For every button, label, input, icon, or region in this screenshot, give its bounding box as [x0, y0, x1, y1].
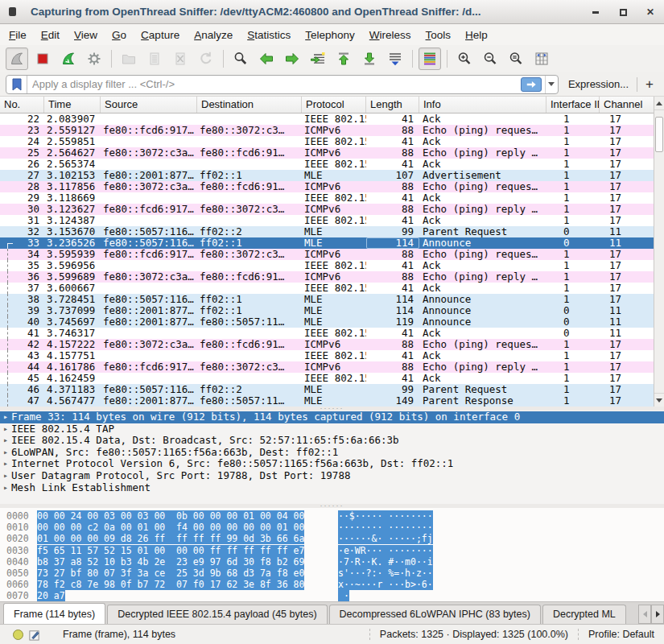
zoom-out-button[interactable] — [479, 47, 501, 70]
detail-line-6[interactable]: ▸Mesh Link Establishment — [0, 482, 664, 494]
hex-ascii[interactable]: s'···?:· %=·h·z·· — [338, 568, 433, 579]
packet-row-26[interactable]: 262.565374IEEE 802.15.441Ack117 — [0, 159, 664, 170]
menu-wireless[interactable]: Wireless — [362, 27, 419, 43]
expand-arrow-icon[interactable]: ▸ — [0, 458, 11, 470]
column-header-info[interactable]: Info — [419, 97, 546, 113]
find-packet-button[interactable] — [229, 47, 252, 70]
detail-line-4[interactable]: ▸Internet Protocol Version 6, Src: fe80:… — [0, 458, 664, 470]
byte-view-tab-1[interactable]: Decrypted IEEE 802.15.4 payload (45 byte… — [107, 605, 327, 624]
column-header-channel[interactable]: Channel — [600, 97, 654, 113]
scrollbar-thumb[interactable] — [655, 117, 663, 152]
packet-row-39[interactable]: 393.737099fe80::2001:877…ff02::1MLE114An… — [0, 305, 664, 316]
packet-row-23[interactable]: 232.559127fe80::fcd6:917…fe80::3072:c3…I… — [0, 125, 664, 136]
start-capture-button[interactable] — [6, 47, 28, 70]
tab-scroll-right-button[interactable] — [651, 605, 664, 624]
byte-view-tab-0[interactable]: Frame (114 bytes) — [3, 603, 105, 624]
hex-row-0070[interactable]: 007020 a7 · — [0, 590, 664, 601]
hex-ascii[interactable]: ········ ········ — [338, 522, 433, 533]
packet-row-34[interactable]: 343.595939fe80::fcd6:917…fe80::3072:c3…I… — [0, 249, 664, 260]
column-header-source[interactable]: Source — [101, 97, 197, 113]
packet-row-47[interactable]: 474.567477fe80::2001:877…fe80::5057:11…M… — [0, 395, 664, 407]
packet-row-29[interactable]: 293.118669IEEE 802.15.441Ack117 — [0, 192, 664, 204]
go-to-packet-button[interactable] — [307, 47, 329, 70]
hex-row-0050[interactable]: 005073 27 bf 80 07 3f 3a ce 25 3d 9b 68 … — [0, 568, 664, 579]
filter-dropdown-button[interactable] — [545, 76, 558, 93]
packet-row-25[interactable]: 252.564627fe80::3072:c3a…fe80::fcd6:91…I… — [0, 147, 664, 159]
menu-telephony[interactable]: Telephony — [298, 27, 362, 43]
packet-list-scrollbar[interactable] — [654, 97, 664, 407]
hex-ascii[interactable]: · — [338, 590, 349, 601]
hex-bytes[interactable]: f5 65 11 57 52 15 01 00 00 00 ff ff ff f… — [37, 545, 304, 556]
hex-bytes[interactable]: 01 00 00 00 09 d8 26 ff ff ff ff 99 0d 3… — [37, 533, 304, 544]
hex-ascii[interactable]: ·e·WR··· ········ — [338, 545, 433, 556]
column-header-destination[interactable]: Destination — [197, 97, 302, 113]
packet-row-40[interactable]: 403.745697fe80::2001:877…fe80::5057:11…M… — [0, 316, 664, 328]
expand-arrow-icon[interactable]: ▸ — [0, 447, 11, 459]
packet-row-38[interactable]: 383.728451fe80::5057:116…ff02::1MLE114An… — [0, 294, 664, 305]
go-last-button[interactable] — [358, 47, 381, 70]
hex-bytes[interactable]: 73 27 bf 80 07 3f 3a ce 25 3d 9b 68 d3 7… — [37, 568, 304, 579]
scroll-down-button[interactable] — [654, 393, 664, 407]
auto-scroll-button[interactable] — [384, 47, 406, 70]
expand-arrow-icon[interactable]: ▸ — [0, 411, 11, 423]
open-file-button[interactable] — [118, 47, 140, 70]
menu-view[interactable]: View — [67, 27, 105, 43]
hex-row-0000[interactable]: 000000 00 24 00 03 00 03 00 0b 00 00 00 … — [0, 510, 664, 522]
zoom-in-button[interactable] — [453, 47, 476, 70]
close-file-button[interactable] — [169, 47, 192, 70]
status-profile[interactable]: Profile: Default — [578, 629, 654, 640]
packet-row-46[interactable]: 464.371183fe80::5057:116…ff02::2MLE99Par… — [0, 384, 664, 395]
go-forward-button[interactable] — [281, 47, 303, 70]
resize-columns-button[interactable] — [530, 47, 553, 70]
menu-tools[interactable]: Tools — [419, 27, 459, 43]
hex-row-0020[interactable]: 002001 00 00 00 09 d8 26 ff ff ff ff 99 … — [0, 533, 664, 544]
filter-bookmark-button[interactable] — [6, 76, 27, 93]
scroll-up-button[interactable] — [654, 97, 664, 110]
hex-ascii[interactable]: x··~···r ···b>·6· — [338, 579, 433, 590]
column-header-interfaceid[interactable]: Interface ID — [546, 97, 600, 113]
packet-row-35[interactable]: 353.596956IEEE 802.15.441Ack117 — [0, 260, 664, 271]
detail-line-1[interactable]: ▸IEEE 802.15.4 TAP — [0, 423, 664, 436]
stop-capture-button[interactable] — [31, 47, 54, 70]
hex-bytes[interactable]: b8 37 a8 52 10 b3 4b 2e 23 e9 97 6d 30 f… — [37, 556, 304, 568]
packet-row-36[interactable]: 363.599689fe80::3072:c3a…fe80::fcd6:91…I… — [0, 271, 664, 283]
menu-help[interactable]: Help — [458, 27, 495, 43]
expert-info-icon[interactable] — [13, 630, 23, 640]
menu-capture[interactable]: Capture — [134, 27, 187, 43]
packet-row-45[interactable]: 454.162459IEEE 802.15.441Ack117 — [0, 373, 664, 384]
display-filter-input[interactable] — [27, 76, 521, 93]
menu-statistics[interactable]: Statistics — [240, 27, 298, 43]
packet-row-44[interactable]: 444.161786fe80::fcd6:917…fe80::3072:c3…I… — [0, 361, 664, 373]
detail-line-3[interactable]: ▸6LoWPAN, Src: fe80::5057:1165:f56a:663b… — [0, 447, 664, 459]
zoom-reset-button[interactable] — [505, 47, 527, 70]
packet-row-28[interactable]: 283.117856fe80::3072:c3a…fe80::fcd6:91…I… — [0, 181, 664, 192]
hex-bytes[interactable]: 78 f2 c8 7e 98 0f b7 72 07 f0 17 62 3e 8… — [37, 579, 304, 590]
hex-row-0060[interactable]: 006078 f2 c8 7e 98 0f b7 72 07 f0 17 62 … — [0, 579, 664, 590]
packet-row-31[interactable]: 313.124387IEEE 802.15.441Ack117 — [0, 215, 664, 226]
expand-arrow-icon[interactable]: ▸ — [0, 470, 11, 482]
apply-filter-button[interactable] — [521, 77, 542, 92]
expand-arrow-icon[interactable]: ▸ — [0, 435, 11, 447]
menu-analyze[interactable]: Analyze — [187, 27, 240, 43]
hex-ascii[interactable]: ·7·R··K. #··m0··i — [338, 556, 433, 568]
packet-row-24[interactable]: 242.559851IEEE 802.15.441Ack117 — [0, 136, 664, 147]
packet-row-30[interactable]: 303.123627fe80::fcd6:917…fe80::3072:c3…I… — [0, 204, 664, 215]
packet-row-42[interactable]: 424.157222fe80::3072:c3a…fe80::fcd6:91…I… — [0, 339, 664, 350]
maximize-button[interactable] — [617, 6, 629, 18]
restart-capture-button[interactable] — [57, 47, 80, 70]
packet-row-37[interactable]: 373.600667IEEE 802.15.441Ack117 — [0, 283, 664, 294]
tab-scroll-left-button[interactable] — [638, 605, 651, 624]
hex-bytes[interactable]: 00 00 24 00 03 00 03 00 0b 00 00 00 01 0… — [37, 510, 304, 522]
menu-edit[interactable]: Edit — [34, 27, 67, 43]
column-header-length[interactable]: Length — [366, 97, 419, 113]
packet-row-22[interactable]: 222.083907IEEE 802.15.441Ack117 — [0, 114, 664, 125]
hex-row-0030[interactable]: 0030f5 65 11 57 52 15 01 00 00 00 ff ff … — [0, 545, 664, 556]
go-back-button[interactable] — [255, 47, 278, 70]
packet-row-41[interactable]: 413.746317IEEE 802.15.441Ack011 — [0, 328, 664, 339]
hex-ascii[interactable]: ······&· ·····;fj — [338, 533, 433, 544]
column-header-protocol[interactable]: Protocol — [302, 97, 366, 113]
expand-arrow-icon[interactable]: ▸ — [0, 423, 11, 436]
minimize-button[interactable] — [590, 6, 601, 18]
byte-view-tab-2[interactable]: Decompressed 6LoWPAN IPHC (83 bytes) — [329, 605, 541, 624]
detail-line-2[interactable]: ▸IEEE 802.15.4 Data, Dst: Broadcast, Src… — [0, 435, 664, 447]
